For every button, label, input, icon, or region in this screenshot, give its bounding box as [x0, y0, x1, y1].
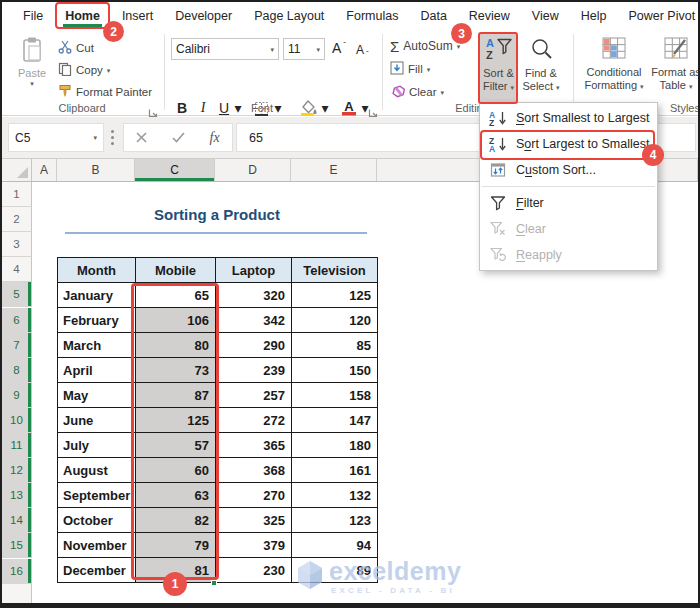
row-header-7[interactable]: 7: [2, 333, 32, 358]
confirm-entry-icon[interactable]: [172, 129, 185, 147]
table-header-laptop[interactable]: Laptop: [216, 258, 292, 283]
menu-item-clear[interactable]: Clear: [480, 216, 657, 242]
cell-mobile[interactable]: 82: [136, 508, 216, 533]
row-header-2[interactable]: 2: [2, 207, 32, 232]
column-header-A[interactable]: A: [32, 159, 57, 181]
cell-laptop[interactable]: 257: [216, 383, 292, 408]
cell-month[interactable]: July: [58, 433, 136, 458]
row-header-partial[interactable]: [2, 584, 32, 604]
cell-month[interactable]: January: [58, 283, 136, 308]
row-header-16[interactable]: 16: [2, 559, 32, 584]
row-header-15[interactable]: 15: [2, 533, 32, 558]
cell-television[interactable]: 123: [292, 508, 378, 533]
cell-laptop[interactable]: 270: [216, 483, 292, 508]
formula-bar-resize-handle[interactable]: [111, 130, 114, 145]
clear-button[interactable]: Clear ▾: [390, 82, 444, 102]
row-header-1[interactable]: 1: [2, 182, 32, 207]
ribbon-tab-developer[interactable]: Developer: [164, 4, 243, 28]
cell-laptop[interactable]: 230: [216, 558, 292, 583]
format-painter-button[interactable]: Format Painter: [58, 82, 152, 102]
cell-television[interactable]: 158: [292, 383, 378, 408]
cell-television[interactable]: 150: [292, 358, 378, 383]
ribbon-tab-home[interactable]: Home: [54, 4, 111, 28]
menu-item-sort-largest-to-smallest[interactable]: ZASort Largest to Smallest: [480, 131, 657, 157]
cell-mobile[interactable]: 80: [136, 333, 216, 358]
row-header-4[interactable]: 4: [2, 257, 32, 282]
cell-mobile[interactable]: 60: [136, 458, 216, 483]
cell-month[interactable]: November: [58, 533, 136, 558]
ribbon-tab-page-layout[interactable]: Page Layout: [243, 4, 335, 28]
cell-television[interactable]: 147: [292, 408, 378, 433]
cell-laptop[interactable]: 320: [216, 283, 292, 308]
cell-laptop[interactable]: 368: [216, 458, 292, 483]
find-and-select-button[interactable]: Find & Select ▾: [519, 32, 563, 93]
row-header-8[interactable]: 8: [2, 358, 32, 383]
cell-television[interactable]: 94: [292, 533, 378, 558]
cell-month[interactable]: August: [58, 458, 136, 483]
cell-mobile[interactable]: 125: [136, 408, 216, 433]
column-header-B[interactable]: B: [57, 159, 135, 181]
insert-function-icon[interactable]: fx: [210, 130, 220, 146]
menu-item-filter[interactable]: Filter: [480, 190, 657, 216]
cell-month[interactable]: March: [58, 333, 136, 358]
font-name-combobox[interactable]: Calibri ▾: [171, 38, 279, 60]
column-header-D[interactable]: D: [215, 159, 291, 181]
row-header-13[interactable]: 13: [2, 483, 32, 508]
cell-mobile[interactable]: 79: [136, 533, 216, 558]
decrease-font-size-button[interactable]: Aˇ: [356, 40, 369, 60]
select-all-corner[interactable]: [2, 159, 32, 181]
row-header-5[interactable]: 5: [2, 282, 32, 307]
cell-month[interactable]: May: [58, 383, 136, 408]
ribbon-tab-help[interactable]: Help: [570, 4, 618, 28]
cell-laptop[interactable]: 239: [216, 358, 292, 383]
ribbon-tab-insert[interactable]: Insert: [111, 4, 164, 28]
name-box[interactable]: C5 ▾: [8, 123, 104, 152]
row-header-11[interactable]: 11: [2, 433, 32, 458]
cell-month[interactable]: December: [58, 558, 136, 583]
cell-television[interactable]: 180: [292, 433, 378, 458]
fill-button[interactable]: Fill ▾: [390, 59, 430, 79]
ribbon-tab-review[interactable]: Review: [458, 4, 521, 28]
cell-television[interactable]: 161: [292, 458, 378, 483]
table-header-mobile[interactable]: Mobile: [136, 258, 216, 283]
cell-mobile[interactable]: 81: [136, 558, 216, 583]
menu-item-custom-sort[interactable]: Custom Sort...: [480, 157, 657, 183]
cell-month[interactable]: October: [58, 508, 136, 533]
copy-button[interactable]: Copy ▾: [58, 60, 110, 80]
autosum-button[interactable]: Σ AutoSum ▾: [390, 36, 460, 56]
cut-button[interactable]: Cut: [58, 38, 94, 58]
conditional-formatting-button[interactable]: Conditional Formatting ▾: [582, 32, 646, 92]
cell-laptop[interactable]: 379: [216, 533, 292, 558]
menu-item-reapply[interactable]: Reapply: [480, 242, 657, 268]
font-size-combobox[interactable]: 11 ▾: [283, 38, 325, 60]
cell-month[interactable]: April: [58, 358, 136, 383]
table-header-month[interactable]: Month: [58, 258, 136, 283]
ribbon-tab-view[interactable]: View: [521, 4, 570, 28]
ribbon-tab-file[interactable]: File: [12, 4, 54, 28]
cell-laptop[interactable]: 325: [216, 508, 292, 533]
increase-font-size-button[interactable]: Aˆ: [332, 38, 346, 58]
table-header-television[interactable]: Television: [292, 258, 378, 283]
cell-month[interactable]: September: [58, 483, 136, 508]
row-header-12[interactable]: 12: [2, 458, 32, 483]
cell-month[interactable]: June: [58, 408, 136, 433]
cell-television[interactable]: 120: [292, 308, 378, 333]
cell-mobile[interactable]: 63: [136, 483, 216, 508]
paste-button[interactable]: Paste ▾: [10, 36, 54, 87]
active-cell-c5[interactable]: 65: [136, 283, 216, 308]
cell-laptop[interactable]: 272: [216, 408, 292, 433]
cancel-entry-icon[interactable]: [136, 129, 147, 147]
row-header-6[interactable]: 6: [2, 308, 32, 333]
cell-month[interactable]: February: [58, 308, 136, 333]
cell-laptop[interactable]: 342: [216, 308, 292, 333]
fill-handle[interactable]: [211, 580, 217, 586]
format-as-table-button[interactable]: Format as Table ▾: [650, 32, 700, 92]
row-header-3[interactable]: 3: [2, 232, 32, 257]
column-header-C[interactable]: C: [135, 159, 215, 181]
cell-television[interactable]: 85: [292, 333, 378, 358]
ribbon-tab-data[interactable]: Data: [409, 4, 457, 28]
row-header-14[interactable]: 14: [2, 508, 32, 533]
cell-mobile[interactable]: 106: [136, 308, 216, 333]
cell-television[interactable]: 132: [292, 483, 378, 508]
cell-laptop[interactable]: 290: [216, 333, 292, 358]
